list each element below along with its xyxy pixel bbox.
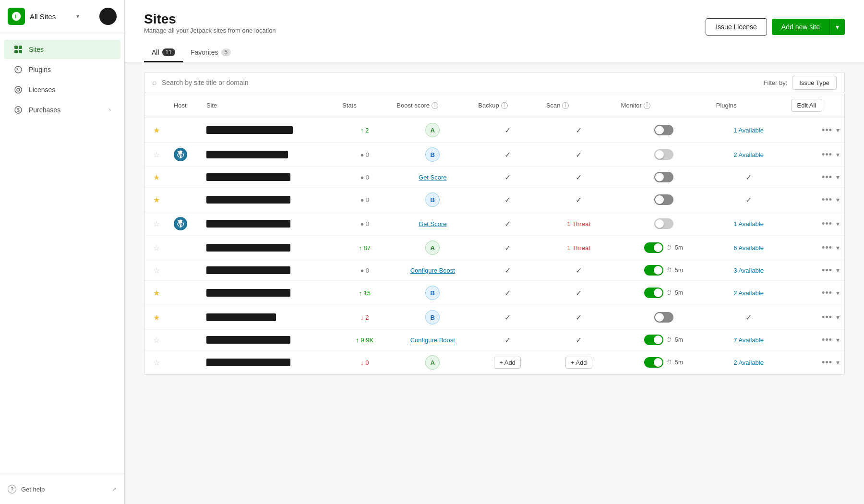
star-toggle[interactable]: ☆ [153,359,160,367]
monitor-toggle[interactable] [644,335,663,345]
star-toggle[interactable]: ★ [153,313,160,322]
th-actions: Edit All [786,93,844,118]
th-stats: Stats [337,93,392,118]
monitor-interval: 5m [675,267,683,274]
monitor-cell: ⏱5m [621,335,707,345]
filter-by-label: Filter by: [764,79,788,86]
row-expand-button[interactable]: ▾ [836,359,840,366]
search-input[interactable] [162,79,764,86]
row-expand-button[interactable]: ▾ [836,196,840,204]
star-toggle[interactable]: ★ [153,289,160,297]
star-toggle[interactable]: ★ [153,173,160,181]
row-more-menu-button[interactable]: ••• [822,243,832,253]
row-expand-button[interactable]: ▾ [836,173,840,181]
monitor-toggle[interactable] [654,218,673,229]
scan-add-button[interactable]: + Add [565,357,592,369]
tab-favorites-badge: 5 [221,48,231,56]
plugins-available-link[interactable]: 2 Available [733,359,764,366]
plugins-available-link[interactable]: 7 Available [733,336,764,344]
issue-license-button[interactable]: Issue License [706,18,767,36]
scan-check-icon: ✓ [576,266,582,275]
tab-favorites[interactable]: Favorites 5 [183,44,239,62]
monitor-info-icon[interactable]: i [644,102,650,109]
row-expand-button[interactable]: ▾ [836,289,840,297]
row-expand-button[interactable]: ▾ [836,336,840,344]
row-more-menu-button[interactable]: ••• [822,335,832,345]
row-more-menu-button[interactable]: ••• [822,150,832,160]
backup-info-icon[interactable]: i [501,102,508,109]
star-toggle[interactable]: ★ [153,196,160,204]
row-more-menu-button[interactable]: ••• [822,172,832,182]
boost-info-icon[interactable]: i [432,102,438,109]
sidebar-item-licenses[interactable]: Licenses [4,80,120,99]
plugins-available-link[interactable]: 1 Available [733,220,764,228]
configure-boost-link[interactable]: Configure Boost [410,336,455,344]
monitor-toggle[interactable] [654,312,673,323]
plugins-available-link[interactable]: 2 Available [733,289,764,297]
plugins-available-link[interactable]: 3 Available [733,267,764,274]
th-backup: Backup i [473,93,541,118]
row-expand-button[interactable]: ▾ [836,126,840,134]
monitor-toggle[interactable] [654,194,673,205]
row-more-menu-button[interactable]: ••• [822,125,832,135]
monitor-toggle[interactable] [644,242,663,253]
monitor-toggle[interactable] [654,149,673,160]
backup-add-button[interactable]: + Add [494,357,521,369]
row-expand-button[interactable]: ▾ [836,313,840,321]
row-more-menu-button[interactable]: ••• [822,195,832,205]
tab-all[interactable]: All 11 [144,44,183,62]
boost-score-badge: B [425,147,440,162]
row-expand-button[interactable]: ▾ [836,266,840,274]
star-toggle[interactable]: ☆ [153,266,160,275]
svg-rect-2 [17,14,19,18]
get-help-item[interactable]: ? Get help ↗ [8,482,117,496]
th-plugins: Plugins [711,93,786,118]
star-toggle[interactable]: ☆ [153,220,160,228]
clock-icon: ⏱ [666,244,672,251]
plugins-available-link[interactable]: 2 Available [733,151,764,158]
boost-score-badge: B [425,192,440,207]
row-expand-button[interactable]: ▾ [836,220,840,228]
monitor-toggle[interactable] [654,172,673,182]
tabs-bar: All 11 Favorites 5 [144,44,845,62]
purchases-icon: $ [13,105,23,115]
scan-info-icon[interactable]: i [562,102,569,109]
clock-icon: ⏱ [666,289,672,296]
star-toggle[interactable]: ☆ [153,244,160,252]
monitor-cell [621,194,707,205]
row-more-menu-button[interactable]: ••• [822,265,832,276]
get-score-link[interactable]: Get Score [419,174,447,181]
sidebar-nav: Sites Plugins Licenses [0,33,124,474]
monitor-toggle[interactable] [654,125,673,135]
plugins-available-link[interactable]: 1 Available [733,127,764,134]
add-site-dropdown-button[interactable]: ▾ [829,19,845,35]
site-dropdown-icon[interactable]: ▾ [76,13,79,20]
site-name-bar [206,289,290,297]
row-expand-button[interactable]: ▾ [836,244,840,252]
plugins-available-link[interactable]: 6 Available [733,244,764,252]
user-avatar[interactable] [99,8,117,25]
configure-boost-link[interactable]: Configure Boost [410,267,455,274]
monitor-toggle[interactable] [644,357,663,368]
table-row: ★↑ 2A✓✓1 Available•••▾ [144,118,844,143]
monitor-toggle[interactable] [644,265,663,276]
row-more-menu-button[interactable]: ••• [822,219,832,229]
row-more-menu-button[interactable]: ••• [822,358,832,368]
row-expand-button[interactable]: ▾ [836,151,840,158]
star-toggle[interactable]: ★ [153,126,160,134]
row-more-menu-button[interactable]: ••• [822,312,832,323]
sidebar-item-sites[interactable]: Sites [4,40,120,59]
filter-issue-type-button[interactable]: Issue Type [792,76,837,90]
edit-all-button[interactable]: Edit All [791,99,823,112]
scan-threat-link[interactable]: 1 Threat [567,220,590,228]
scan-threat-link[interactable]: 1 Threat [567,244,590,252]
th-boost: Boost score i [392,93,473,118]
sidebar-item-purchases[interactable]: $ Purchases › [4,100,120,120]
get-score-link[interactable]: Get Score [419,220,447,228]
add-new-site-button[interactable]: Add new site [772,19,829,35]
star-toggle[interactable]: ☆ [153,151,160,159]
sidebar-item-plugins[interactable]: Plugins [4,60,120,79]
monitor-toggle[interactable] [644,288,663,298]
row-more-menu-button[interactable]: ••• [822,288,832,298]
star-toggle[interactable]: ☆ [153,336,160,344]
